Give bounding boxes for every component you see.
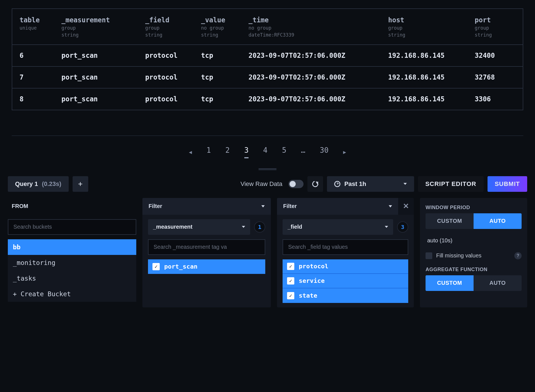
query-time-label: (0.23s) xyxy=(42,180,61,188)
table-cell: port_scan xyxy=(61,52,145,59)
results-table: tableunique_measurementgroupstring_field… xyxy=(12,8,523,110)
view-raw-toggle[interactable] xyxy=(288,180,304,188)
chevron-down-icon xyxy=(385,226,388,228)
table-cell: 2023-09-07T02:57:06.000Z xyxy=(249,52,388,59)
aggregate-function-label: AGGREGATE FUNCTION xyxy=(426,267,522,273)
table-column-header[interactable]: hostgroupstring xyxy=(388,16,475,38)
window-period-segment: CUSTOM AUTO xyxy=(426,213,522,229)
checkbox-icon: ✓ xyxy=(287,292,294,299)
filter1-header[interactable]: Filter xyxy=(142,198,271,215)
table-cell: 6 xyxy=(20,52,61,59)
tag-value-label: port_scan xyxy=(164,263,197,270)
fill-missing-label: Fill missing values xyxy=(436,252,481,259)
table-column-header[interactable]: _measurementgroupstring xyxy=(61,16,145,38)
tag-value-item[interactable]: ✓port_scan xyxy=(148,259,265,274)
pager-ellipsis: … xyxy=(301,146,305,158)
pager-page-2[interactable]: 2 xyxy=(225,146,230,158)
table-cell: 2023-09-07T02:57:06.000Z xyxy=(249,95,388,103)
filter1-search-input[interactable]: Search _measurement tag va xyxy=(148,239,265,255)
query-builder: FROM Search buckets bb_monitoring_tasks+… xyxy=(0,198,535,313)
table-header-row: tableunique_measurementgroupstring_field… xyxy=(12,9,523,44)
pager-page-1[interactable]: 1 xyxy=(206,146,211,158)
script-editor-button[interactable]: SCRIPT EDITOR xyxy=(418,176,484,192)
view-raw-label: View Raw Data xyxy=(240,180,282,188)
filter2-count-badge: 3 xyxy=(397,221,408,233)
table-cell: 8 xyxy=(20,95,61,103)
from-header: FROM xyxy=(8,198,136,215)
checkbox-icon: ✓ xyxy=(152,263,160,270)
table-row[interactable]: 6port_scanprotocoltcp2023-09-07T02:57:06… xyxy=(12,44,523,66)
wp-auto-button[interactable]: AUTO xyxy=(474,213,522,229)
table-cell: tcp xyxy=(201,95,249,103)
tag-value-label: service xyxy=(299,277,325,284)
divider xyxy=(12,135,523,136)
table-column-header[interactable]: tableunique xyxy=(20,16,61,31)
from-panel: FROM Search buckets bb_monitoring_tasks+… xyxy=(8,198,136,307)
filter-panel-measurement: Filter _measurement 1 Search _measuremen… xyxy=(142,198,271,307)
clock-icon xyxy=(334,181,340,187)
table-column-header[interactable]: _timeno groupdateTime:RFC3339 xyxy=(249,16,388,38)
aggregation-panel: WINDOW PERIOD CUSTOM AUTO auto (10s) Fil… xyxy=(420,198,527,307)
filter1-key-dropdown[interactable]: _measurement xyxy=(148,219,250,235)
tag-value-item[interactable]: ✓state xyxy=(283,288,408,303)
table-cell: port_scan xyxy=(61,95,145,103)
filter2-header-label: Filter xyxy=(283,203,297,209)
chevron-down-icon xyxy=(389,205,392,207)
agg-auto-button[interactable]: AUTO xyxy=(474,275,522,291)
fill-missing-checkbox[interactable] xyxy=(426,252,432,259)
table-column-header[interactable]: _fieldgroupstring xyxy=(145,16,201,38)
table-column-header[interactable]: _valueno groupstring xyxy=(201,16,249,38)
tag-value-label: protocol xyxy=(299,263,328,270)
chevron-down-icon xyxy=(261,205,265,207)
table-cell: 192.168.86.145 xyxy=(388,73,475,81)
close-icon: ✕ xyxy=(401,202,411,211)
filter2-key-label: _field xyxy=(288,224,302,230)
time-range-label: Past 1h xyxy=(344,180,366,188)
pager-page-5[interactable]: 5 xyxy=(282,146,286,158)
submit-button[interactable]: SUBMIT xyxy=(488,176,527,192)
help-icon[interactable]: ? xyxy=(514,252,522,259)
bucket-search-input[interactable]: Search buckets xyxy=(8,219,136,235)
table-column-header[interactable]: portgroupstring xyxy=(475,16,522,38)
pager-next-icon[interactable]: ▶ xyxy=(343,149,346,155)
chevron-down-icon xyxy=(403,183,407,185)
pager-page-4[interactable]: 4 xyxy=(263,146,268,158)
pager-page-3[interactable]: 3 xyxy=(244,146,249,158)
filter2-remove-button[interactable]: ✕ xyxy=(398,198,414,215)
query-tab-button[interactable]: Query 1 (0.23s) xyxy=(8,176,69,192)
bucket-item[interactable]: bb xyxy=(8,239,136,255)
agg-custom-button[interactable]: CUSTOM xyxy=(426,275,474,291)
wp-custom-button[interactable]: CUSTOM xyxy=(426,213,474,229)
table-row[interactable]: 8port_scanprotocoltcp2023-09-07T02:57:06… xyxy=(12,88,523,110)
table-cell: tcp xyxy=(201,52,249,59)
bucket-item[interactable]: _tasks xyxy=(8,271,136,286)
query-tab-label: Query 1 xyxy=(15,180,38,188)
tag-value-item[interactable]: ✓service xyxy=(283,274,408,288)
table-cell: protocol xyxy=(145,73,201,81)
refresh-icon xyxy=(311,180,319,188)
table-cell: 32400 xyxy=(475,52,522,59)
checkbox-icon: ✓ xyxy=(287,263,294,270)
pager-page-30[interactable]: 30 xyxy=(320,146,328,158)
add-query-button[interactable]: + xyxy=(73,176,88,192)
bucket-item[interactable]: _monitoring xyxy=(8,255,136,271)
table-cell: 32768 xyxy=(475,73,522,81)
table-row[interactable]: 7port_scanprotocoltcp2023-09-07T02:57:06… xyxy=(12,66,523,88)
table-cell: 192.168.86.145 xyxy=(388,52,475,59)
pager-prev-icon[interactable]: ◀ xyxy=(189,149,192,155)
table-cell: 192.168.86.145 xyxy=(388,95,475,103)
filter2-key-dropdown[interactable]: _field xyxy=(283,219,393,235)
checkbox-icon: ✓ xyxy=(287,277,294,285)
chevron-down-icon xyxy=(242,226,245,228)
refresh-button[interactable] xyxy=(307,176,323,192)
time-range-dropdown[interactable]: Past 1h xyxy=(327,176,414,192)
filter2-search-input[interactable]: Search _field tag values xyxy=(283,239,408,255)
aggregate-segment: CUSTOM AUTO xyxy=(426,275,522,291)
filter-panel-field: Filter ✕ _field 3 Search _field tag valu… xyxy=(277,198,414,307)
tag-value-item[interactable]: ✓protocol xyxy=(283,259,408,274)
table-cell: 2023-09-07T02:57:06.000Z xyxy=(249,73,388,81)
pager: ◀ 12345…30 ▶ xyxy=(0,146,535,158)
table-cell: tcp xyxy=(201,73,249,81)
filter2-header[interactable]: Filter xyxy=(277,198,398,215)
create-bucket-button[interactable]: + Create Bucket xyxy=(8,286,136,302)
